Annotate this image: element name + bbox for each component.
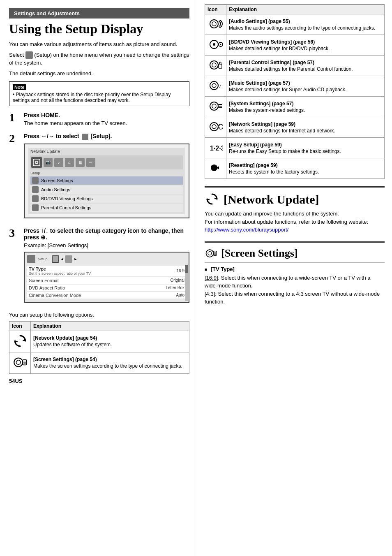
right-table-title: [Audio Settings] (page 55) — [229, 19, 382, 24]
following-options: You can setup the following options. — [9, 312, 189, 318]
network-update-body-1: You can update and improve the functions… — [205, 210, 385, 218]
right-table-desc: Makes detailed settings for Internet and… — [229, 128, 382, 134]
step-3: 3 Press ↑/↓ to select the setup category… — [9, 227, 189, 308]
intro-text-2: Press HOME. Select (Setup) on the home m… — [9, 51, 189, 67]
right-icon-cell: ♪ — [205, 76, 226, 97]
screen-settings-large-icon — [205, 247, 218, 260]
svg-text:♪: ♪ — [219, 83, 221, 89]
right-icon-cell: 1·2·3 — [205, 138, 226, 158]
step-2-content: Press ←/→ to select [Setup]. Network Upd… — [24, 133, 189, 223]
step-3-title: Press ↑/↓ to select the setup category i… — [24, 227, 189, 241]
right-column: Icon Explanation [Audio Settings] (page … — [197, 0, 392, 556]
right-table-row: [Network Settings] (page 59) Makes detai… — [205, 117, 385, 138]
svg-point-21 — [212, 104, 216, 108]
screen-network-update-label: Network Update — [30, 149, 60, 154]
svg-point-17 — [210, 81, 218, 90]
table-row-network-update: [Network Update] (page 54) Updates the s… — [9, 331, 189, 352]
page: Settings and Adjustments Using the Setup… — [0, 0, 392, 556]
screen-icon-setup — [31, 157, 42, 168]
screen-icons-row: 📷 ♪ ⌂ ▦ ↩ — [30, 155, 183, 169]
screen-mock-2: Setup ◄ ► TV Type Set the screen aspect … — [24, 252, 189, 303]
right-table-desc: Makes detailed settings for the Parental… — [229, 66, 382, 72]
screen-settings-title-text: [Screen Settings] — [221, 247, 298, 259]
svg-point-15 — [212, 63, 216, 67]
right-table-title: [Music Settings] (page 57) — [229, 80, 382, 86]
right-table-row: 1·2·3 [Easy Setup] (page 59) Re-runs the… — [205, 138, 385, 158]
right-icon-cell — [205, 14, 226, 35]
step-2-title: Press ←/→ to select [Setup]. — [24, 133, 189, 140]
screen-settings-icon — [12, 354, 28, 370]
tv-type-label: [TV Type] — [205, 266, 385, 272]
network-update-title-text: [Network Update] — [224, 192, 319, 206]
left-column: Settings and Adjustments Using the Setup… — [0, 0, 197, 556]
svg-rect-0 — [33, 159, 40, 166]
table-desc-network-update: [Network Update] (page 54) Updates the s… — [31, 331, 189, 352]
step-2-number: 2 — [9, 133, 21, 144]
svg-text:1·2·3: 1·2·3 — [210, 145, 223, 152]
table-body-network-update: Updates the software of the system. — [33, 342, 187, 348]
svg-point-11 — [213, 43, 215, 46]
svg-point-1 — [35, 161, 38, 164]
step3-setup-icon — [27, 255, 35, 263]
step3-row-cinema: Cinema Conversion Mode Auto — [27, 292, 186, 299]
right-table-title: [Parental Control Settings] (page 57) — [229, 60, 382, 65]
right-table-title: [Network Settings] (page 59) — [229, 121, 382, 127]
note-label: Note — [13, 84, 26, 90]
screen-mock-1: Network Update 📷 ♪ ⌂ ▦ ↩ — [24, 144, 189, 218]
setup-label: Setup — [30, 171, 183, 175]
screen-icon-arrow: ↩ — [86, 158, 95, 167]
step-3-number: 3 — [9, 227, 21, 239]
step3-icon-2 — [65, 255, 72, 263]
right-table-desc: Makes detailed settings for BD/DVD playb… — [229, 46, 382, 51]
right-table-desc: Makes the system-related settings. — [229, 107, 382, 113]
page-title: Using the Setup Display — [9, 22, 189, 36]
table-row-screen-settings: [Screen Settings] (page 54) Makes the sc… — [9, 352, 189, 373]
right-table-title: [BD/DVD Viewing Settings] (page 56) — [229, 39, 382, 45]
right-icon-cell — [205, 97, 226, 117]
right-desc-cell: [Audio Settings] (page 55) Makes the aud… — [226, 14, 385, 35]
svg-point-27 — [218, 124, 223, 129]
network-update-section: [Network Update] You can update and impr… — [205, 192, 385, 234]
right-table-title: [System Settings] (page 57) — [229, 101, 382, 107]
note-box: Note • Playback settings stored in the d… — [9, 81, 189, 106]
screen-settings-divider — [205, 241, 385, 243]
screen-icon-camera: 📷 — [44, 158, 53, 167]
network-update-link[interactable]: http://www.sony.com/bluraysupport/ — [205, 226, 385, 234]
right-table-desc: Resets the system to the factory setting… — [229, 169, 382, 175]
screen-menu-item-audio: Audio Settings — [30, 185, 183, 194]
right-table-title: [Easy Setup] (page 59) — [229, 142, 382, 148]
right-desc-cell: [System Settings] (page 57) Makes the sy… — [226, 97, 385, 117]
svg-point-14 — [210, 61, 218, 69]
step-1-number: 1 — [9, 112, 21, 123]
screen-menu-item-screen: Screen Settings — [30, 176, 183, 185]
screen-icon-music: ♪ — [54, 158, 63, 167]
right-icon-cell — [205, 158, 226, 179]
table-icon-cell-network-update — [9, 331, 31, 352]
right-desc-cell: [Parental Control Settings] (page 57) Ma… — [226, 56, 385, 76]
right-table-desc: Re-runs the Easy Setup to make the basic… — [229, 148, 382, 154]
svg-point-25 — [210, 123, 218, 131]
right-desc-cell: [Music Settings] (page 57) Makes detaile… — [226, 76, 385, 97]
right-table-header-icon: Icon — [205, 5, 226, 14]
svg-point-32 — [206, 250, 214, 257]
screen-icon-grid: ▦ — [76, 158, 85, 167]
step-1-desc: The home menu appears on the TV screen. — [24, 120, 189, 126]
right-table-desc: Makes the audio settings according to th… — [229, 25, 382, 31]
step-1-content: Press HOME. The home menu appears on the… — [24, 112, 189, 129]
intro-text-1: You can make various adjustments of item… — [9, 40, 189, 49]
right-table-row: [Parental Control Settings] (page 57) Ma… — [205, 56, 385, 76]
svg-point-2 — [14, 358, 23, 366]
svg-point-13 — [220, 44, 221, 45]
right-table-desc: Makes detailed settings for Super Audio … — [229, 87, 382, 93]
screen-menu-item-parental: Parental Control Settings — [30, 204, 183, 212]
right-desc-cell: [Easy Setup] (page 59) Re-runs the Easy … — [226, 138, 385, 158]
svg-point-33 — [208, 251, 212, 255]
settings-banner: Settings and Adjustments — [9, 8, 189, 19]
right-table-row: [Resetting] (page 59) Resets the system … — [205, 158, 385, 179]
table-body-screen-settings: Makes the screen settings according to t… — [33, 363, 187, 369]
step3-row-dvd-aspect: DVD Aspect Ratio Letter Box — [27, 285, 186, 291]
svg-point-26 — [212, 125, 216, 129]
icon-table-bottom: Icon Explanation [Network U — [9, 321, 189, 374]
table-header-explanation: Explanation — [31, 321, 189, 331]
screen-menu-item-bddvd: BD/DVD Viewing Settings — [30, 195, 183, 203]
